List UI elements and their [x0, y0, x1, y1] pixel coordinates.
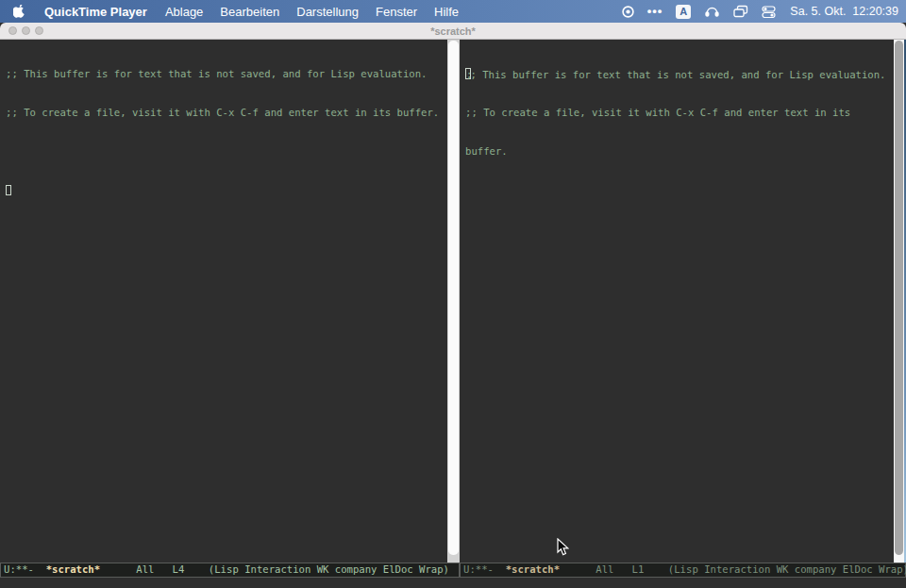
buffer-line: buffer.	[465, 145, 894, 159]
menu-left: QuickTime Player Ablage Bearbeiten Darst…	[0, 0, 467, 23]
mode-line-left[interactable]: U:**- *scratch* All L4 (Lisp Interaction…	[0, 563, 460, 578]
buffer-text-left: ;; This buffer is for text that is not s…	[0, 40, 447, 224]
menu-status-area: ••• A	[615, 0, 906, 23]
input-source-icon[interactable]: A	[669, 0, 697, 23]
modeline-buffer-name: *scratch*	[46, 563, 100, 575]
text-cursor-left	[6, 185, 11, 195]
modeline-prefix: U:**-	[4, 563, 46, 575]
menu-darstellung[interactable]: Darstellung	[288, 0, 367, 23]
mode-line-right[interactable]: U:**- *scratch* All L1 (Lisp Interaction…	[460, 563, 906, 578]
macos-menu-bar: QuickTime Player Ablage Bearbeiten Darst…	[0, 0, 906, 23]
input-source-label: A	[676, 5, 691, 19]
modeline-prefix: U:**-	[463, 563, 506, 575]
buffer-text-right: ;; This buffer is for text that is not s…	[460, 40, 894, 185]
buffer-line: ;; This buffer is for text that is not s…	[465, 68, 894, 81]
buffer-line	[6, 145, 447, 159]
menu-fenster[interactable]: Fenster	[367, 0, 426, 23]
headphones-icon[interactable]	[697, 0, 727, 23]
scrollbar-left-window[interactable]	[447, 40, 460, 563]
scrollbar-thumb[interactable]	[448, 41, 459, 555]
buffer-line-rest: ; This buffer is for text that is not sa…	[470, 69, 885, 80]
window-title: *scratch*	[0, 25, 906, 37]
minimize-button[interactable]	[22, 26, 30, 35]
echo-area[interactable]	[0, 578, 906, 588]
menu-ablage[interactable]: Ablage	[157, 0, 211, 23]
apple-menu[interactable]	[0, 5, 35, 19]
close-button[interactable]	[8, 26, 17, 35]
buffer-line: ;; To create a file, visit it with C-x C…	[465, 107, 894, 120]
apple-icon	[13, 5, 25, 19]
menu-hilfe[interactable]: Hilfe	[426, 0, 467, 23]
ellipsis-icon[interactable]: •••	[641, 0, 670, 23]
modeline-buffer-name: *scratch*	[506, 563, 560, 575]
buffer-line	[6, 185, 447, 198]
emacs-content: ;; This buffer is for text that is not s…	[0, 40, 906, 563]
emacs-window-left[interactable]: ;; This buffer is for text that is not s…	[0, 40, 447, 563]
buffer-line: ;; This buffer is for text that is not s…	[6, 68, 447, 81]
scrollbar-right-window[interactable]	[894, 40, 904, 563]
mode-lines: U:**- *scratch* All L4 (Lisp Interaction…	[0, 563, 906, 578]
modeline-info: All L4 (Lisp Interaction WK company ElDo…	[100, 563, 449, 575]
menu-app-name[interactable]: QuickTime Player	[35, 0, 157, 23]
screen: QuickTime Player Ablage Bearbeiten Darst…	[0, 0, 906, 588]
buffer-line: ;; To create a file, visit it with C-x C…	[6, 107, 447, 120]
zoom-button[interactable]	[35, 26, 43, 35]
emacs-window-right[interactable]: ;; This buffer is for text that is not s…	[460, 40, 894, 563]
screen-mirroring-icon[interactable]	[727, 0, 755, 23]
window-title-bar[interactable]: *scratch*	[0, 23, 906, 40]
traffic-lights	[0, 26, 43, 35]
menu-bearbeiten[interactable]: Bearbeiten	[211, 0, 288, 23]
record-icon[interactable]	[615, 0, 641, 23]
control-center-icon[interactable]	[755, 0, 782, 23]
modeline-info: All L1 (Lisp Interaction WK company ElDo…	[560, 563, 906, 575]
menu-clock[interactable]: Sa. 5. Okt. 12:20:39	[782, 5, 898, 18]
emacs-frame: ;; This buffer is for text that is not s…	[0, 40, 906, 588]
scrollbar-thumb[interactable]	[895, 41, 903, 555]
